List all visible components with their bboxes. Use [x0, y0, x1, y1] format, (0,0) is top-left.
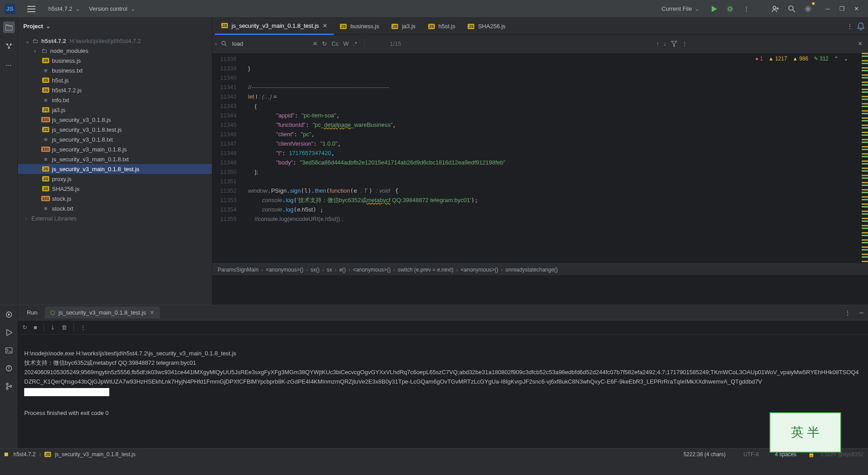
tree-file[interactable]: ≡stock.txt: [18, 203, 212, 213]
clear-search-icon[interactable]: ✕: [313, 40, 318, 47]
tree-file[interactable]: ≡js_security_v3_0.1.8.txt: [18, 134, 212, 144]
breadcrumb-item[interactable]: ParamsSignMain: [218, 267, 258, 273]
close-search-icon[interactable]: ✕: [858, 40, 863, 47]
git-icon[interactable]: [3, 380, 15, 392]
editor-tab[interactable]: JSjs_security_v3_main_0.1.8_test.js✕: [215, 18, 334, 35]
search-icon: [221, 41, 228, 47]
tree-node-modules[interactable]: › 🗀 node_modules: [18, 46, 212, 56]
prev-match-icon[interactable]: ↑: [656, 40, 659, 47]
tab-label: ja3.js: [402, 23, 415, 30]
close-tab-icon[interactable]: ✕: [322, 22, 327, 29]
breadcrumb-item[interactable]: sx: [327, 267, 332, 273]
code-area[interactable]: ● 1 ▲ 1217 ▲ 986 ✎ 312 ⌃ ⌄ 1133811339113…: [212, 53, 868, 263]
regex-icon[interactable]: .*: [353, 40, 357, 47]
notifications-icon[interactable]: [857, 22, 864, 30]
tree-file[interactable]: ≡business.txt: [18, 65, 212, 75]
run-more-icon[interactable]: ⋮: [845, 309, 851, 316]
rerun-icon[interactable]: ↻: [22, 324, 27, 331]
project-selector[interactable]: h5st4.7.2 ⌄: [44, 3, 85, 15]
status-root[interactable]: h5st4.7.2: [13, 451, 35, 458]
run-icon[interactable]: [3, 309, 15, 320]
minimize-button[interactable]: ─: [821, 3, 835, 15]
run-tab[interactable]: Run: [22, 307, 42, 319]
code-with-me-icon[interactable]: [769, 3, 782, 15]
editor-tab[interactable]: JSbusiness.js: [334, 18, 385, 35]
vcs-menu[interactable]: Version control ⌄: [85, 3, 140, 15]
run-config-selector[interactable]: Current File ⌄: [657, 3, 704, 15]
clear-all-icon[interactable]: 🗑: [61, 324, 67, 331]
chevron-down-icon: ⌄: [130, 5, 135, 12]
scroll-to-end-icon[interactable]: ⤓: [50, 324, 55, 331]
project-panel-header[interactable]: Project ⌄: [18, 18, 212, 34]
external-libs[interactable]: › External Libraries: [18, 213, 212, 223]
tree-file[interactable]: 101js_security_v3_0.1.8.js: [18, 115, 212, 125]
status-encoding[interactable]: UTF-8: [743, 451, 759, 458]
tree-file[interactable]: ≡info.txt: [18, 95, 212, 105]
more-actions-icon[interactable]: ⋮: [740, 3, 752, 15]
breadcrumb-item[interactable]: onreadystatechange(): [506, 267, 558, 273]
editor: JSjs_security_v3_main_0.1.8_test.js✕JSbu…: [212, 18, 868, 305]
tree-file[interactable]: JSh5st.js: [18, 75, 212, 85]
tree-file[interactable]: JSproxy.js: [18, 174, 212, 184]
next-match-icon[interactable]: ↓: [664, 40, 667, 47]
structure-tool-icon[interactable]: [3, 40, 15, 52]
search-input[interactable]: [232, 40, 308, 47]
chevron-right-icon[interactable]: ›: [215, 40, 217, 47]
breadcrumb-item[interactable]: switch (e.prev = e.next): [398, 267, 453, 273]
console-edit-box[interactable]: [24, 388, 109, 396]
more-search-icon[interactable]: ⋮: [682, 40, 688, 47]
debug-play-icon[interactable]: [3, 327, 15, 338]
js-file-icon: 101: [42, 147, 49, 152]
tab-more-icon[interactable]: ⋮: [847, 23, 853, 30]
console-line: 技术支持：微信byc6352或metabycf QQ:39848872 tele…: [24, 359, 196, 366]
editor-tab[interactable]: JSh5st.js: [422, 18, 462, 35]
search-everywhere-icon[interactable]: [786, 3, 798, 15]
match-case-icon[interactable]: Cc: [331, 40, 339, 47]
settings-icon[interactable]: [802, 3, 814, 15]
overlay-text: 英 半: [791, 424, 820, 441]
tree-file[interactable]: JSbusiness.js: [18, 56, 212, 65]
toggle-occurrences-icon[interactable]: ↻: [322, 40, 327, 47]
hide-panel-icon[interactable]: ─: [859, 309, 864, 316]
breadcrumb[interactable]: ParamsSignMain›<anonymous>()›sx()›sx›e()…: [212, 263, 868, 275]
toolbar-more-icon[interactable]: ⋮: [80, 324, 86, 331]
words-icon[interactable]: W: [343, 40, 348, 47]
problems-icon[interactable]: [3, 363, 15, 374]
run-config-tab[interactable]: ⬡ js_security_v3_main_0.1.8_test.js ✕: [45, 307, 160, 319]
tree-file[interactable]: 101js_security_v3_main_0.1.8.js: [18, 144, 212, 154]
main-menu-icon[interactable]: [25, 3, 38, 15]
project-tool-icon[interactable]: [3, 22, 15, 33]
filter-icon[interactable]: [671, 41, 677, 47]
stop-icon[interactable]: ■: [34, 324, 37, 331]
more-tool-icon[interactable]: ⋯: [3, 59, 15, 71]
tree-file[interactable]: JSja3.js: [18, 105, 212, 115]
tree-file[interactable]: JSjs_security_v3_0.1.8.test.js: [18, 125, 212, 134]
console-output[interactable]: H:\nodejs\node.exe H:\works\js\test\jd\h…: [18, 335, 868, 448]
error-stripe[interactable]: [862, 53, 868, 263]
run-button[interactable]: [708, 3, 720, 15]
status-file[interactable]: js_security_v3_main_0.1.8_test.js: [55, 451, 135, 458]
breadcrumb-item[interactable]: e(): [339, 267, 346, 273]
terminal-icon[interactable]: [3, 345, 15, 356]
editor-tab[interactable]: JSja3.js: [385, 18, 421, 35]
breadcrumb-item[interactable]: <anonymous>(): [461, 267, 498, 273]
debug-button[interactable]: [724, 3, 736, 15]
js-icon: JS: [391, 24, 398, 29]
tree-file[interactable]: 101stock.js: [18, 194, 212, 203]
run-config-label: Current File: [662, 5, 692, 12]
breadcrumb-item[interactable]: <anonymous>(): [353, 267, 391, 273]
tree-root[interactable]: ⌄ 🗀 h5st4.7.2 H:\works\js\test\jd\h5st4.…: [18, 36, 212, 46]
editor-tab[interactable]: JSSHA256.js: [461, 18, 511, 35]
close-window-button[interactable]: ✕: [849, 3, 864, 15]
tree-file[interactable]: ≡js_security_v3_main_0.1.8.txt: [18, 154, 212, 164]
close-tab-icon[interactable]: ✕: [150, 309, 155, 316]
tree-file[interactable]: JSjs_security_v3_main_0.1.8_test.js: [18, 164, 212, 174]
breadcrumb-item[interactable]: <anonymous>(): [266, 267, 303, 273]
tree-file[interactable]: JSh5st4.7.2.js: [18, 85, 212, 95]
tree-file[interactable]: JSSHA256.js: [18, 184, 212, 194]
code-text[interactable]: } //------------------------------------…: [241, 53, 862, 263]
breadcrumb-item[interactable]: sx(): [310, 267, 319, 273]
maximize-button[interactable]: ❐: [835, 3, 849, 15]
js-icon: JS: [468, 24, 474, 29]
status-position[interactable]: 5222:38 (4 chars): [683, 451, 726, 458]
